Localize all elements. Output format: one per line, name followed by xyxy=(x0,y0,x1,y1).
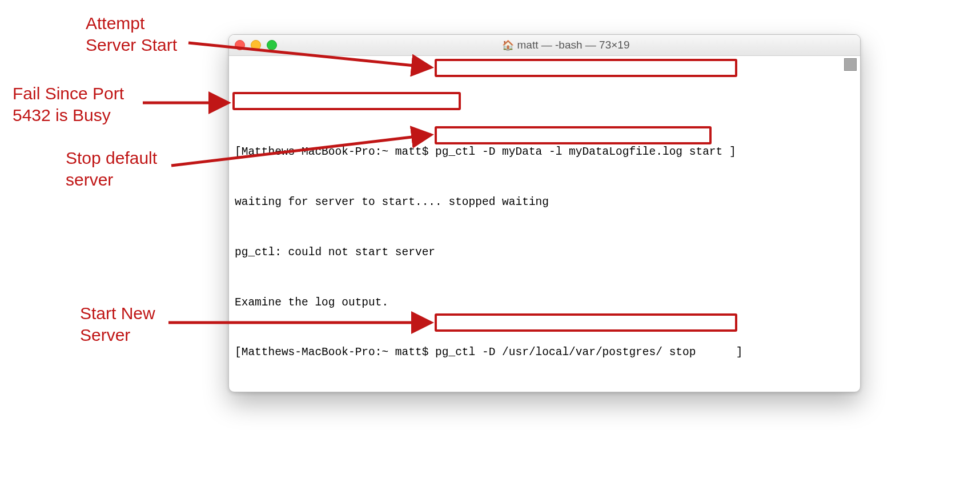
scrollbar-top-square xyxy=(844,58,857,71)
terminal-output[interactable]: [Matthews-MacBook-Pro:~ matt$ pg_ctl -D … xyxy=(229,56,860,392)
annotation-fail-port: Fail Since Port 5432 is Busy xyxy=(13,83,124,126)
window-title: 🏠 matt — -bash — 73×19 xyxy=(277,39,854,51)
home-icon: 🏠 xyxy=(502,41,514,50)
annotation-attempt-start: Attempt Server Start xyxy=(86,13,177,55)
term-line: [Matthews-MacBook-Pro:~ matt$ pg_ctl -D … xyxy=(235,144,843,160)
term-line: pg_ctl: could not start server xyxy=(235,244,843,261)
annotation-start-new: Start New Server xyxy=(80,303,155,345)
close-icon[interactable] xyxy=(235,40,245,50)
zoom-icon[interactable] xyxy=(267,40,277,50)
window-traffic-lights xyxy=(235,40,277,50)
window-titlebar: 🏠 matt — -bash — 73×19 xyxy=(229,35,860,56)
window-title-text: matt — -bash — 73×19 xyxy=(517,39,630,51)
term-line: [Matthews-MacBook-Pro:~ matt$ pg_ctl -D … xyxy=(235,344,843,361)
annotation-stop-default: Stop default server xyxy=(66,147,157,190)
terminal-window: 🏠 matt — -bash — 73×19 [Matthews-MacBook… xyxy=(228,34,861,392)
minimize-icon[interactable] xyxy=(251,40,261,50)
term-line: Examine the log output. xyxy=(235,295,843,311)
term-line: waiting for server to start.... stopped … xyxy=(235,194,843,211)
